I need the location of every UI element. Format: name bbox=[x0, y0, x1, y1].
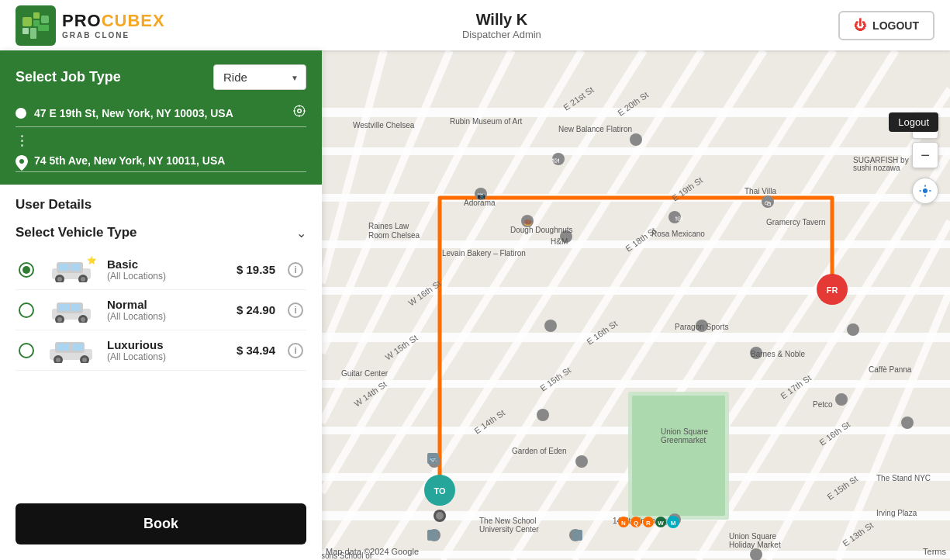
vehicle-option-basic[interactable]: ⭐ Basic (All Locations) $ 19.35 i bbox=[16, 250, 306, 290]
svg-text:Holiday Market: Holiday Market bbox=[729, 541, 781, 549]
vehicle-type-header[interactable]: Select Vehicle Type ⌄ bbox=[16, 225, 306, 240]
map-attribution: Map data ©2024 Google bbox=[326, 547, 419, 556]
svg-rect-145 bbox=[57, 344, 69, 351]
svg-text:Union Square: Union Square bbox=[729, 532, 777, 541]
pickup-address-input[interactable] bbox=[34, 107, 285, 119]
svg-text:FR: FR bbox=[827, 285, 838, 295]
svg-text:Rosa Mexicano: Rosa Mexicano bbox=[651, 230, 705, 238]
logo-icon bbox=[16, 5, 56, 46]
sidebar: Select Job Type Ride Delivery Package bbox=[0, 50, 322, 560]
map-terms[interactable]: Terms bbox=[923, 547, 946, 556]
svg-text:Room Chelsea: Room Chelsea bbox=[368, 231, 420, 240]
job-type-label: Select Job Type bbox=[16, 69, 121, 85]
pickup-address-row bbox=[16, 104, 306, 127]
address-connector bbox=[16, 135, 306, 147]
svg-text:N: N bbox=[621, 520, 626, 527]
locate-button[interactable] bbox=[912, 178, 938, 204]
normal-car-icon bbox=[43, 296, 98, 323]
svg-rect-130 bbox=[71, 264, 81, 271]
svg-text:Guitar Center: Guitar Center bbox=[341, 369, 389, 378]
svg-point-125 bbox=[298, 109, 302, 113]
dropoff-address-row bbox=[16, 154, 306, 172]
svg-text:Barnes & Noble: Barnes & Noble bbox=[751, 350, 805, 358]
pickup-dot bbox=[16, 108, 26, 119]
svg-point-148 bbox=[56, 358, 60, 362]
vehicle-info-icon-basic[interactable]: i bbox=[288, 262, 303, 278]
vehicle-radio-luxurious[interactable] bbox=[19, 343, 34, 358]
vehicle-type-section: Select Vehicle Type ⌄ bbox=[16, 225, 306, 371]
user-details-section: User Details bbox=[16, 197, 306, 213]
main-content: User Details Select Vehicle Type ⌄ bbox=[0, 185, 322, 496]
svg-point-132 bbox=[57, 277, 62, 282]
svg-text:Gramercy Tavern: Gramercy Tavern bbox=[766, 218, 826, 226]
svg-text:Adorama: Adorama bbox=[464, 199, 496, 207]
svg-text:Union Square: Union Square bbox=[661, 427, 709, 436]
svg-rect-122 bbox=[427, 530, 438, 541]
svg-text:R: R bbox=[646, 520, 651, 527]
logout-button[interactable]: ⏻ LOGOUT bbox=[838, 11, 934, 40]
svg-point-142 bbox=[81, 317, 85, 322]
zoom-out-button[interactable]: − bbox=[912, 142, 938, 168]
svg-text:Raines Law: Raines Law bbox=[368, 222, 409, 230]
svg-point-65 bbox=[575, 455, 588, 468]
svg-text:Thai Villa: Thai Villa bbox=[744, 187, 776, 195]
svg-text:M: M bbox=[671, 520, 676, 527]
vehicle-info-basic: Basic (All Locations) bbox=[107, 258, 227, 282]
svg-text:Greenmarket: Greenmarket bbox=[661, 436, 706, 444]
vehicle-coverage-normal: (All Locations) bbox=[107, 311, 227, 322]
svg-text:The Stand NYC: The Stand NYC bbox=[876, 474, 931, 482]
star-badge: ⭐ bbox=[87, 256, 96, 264]
logo-text-area: PROCUBEX GRAB CLONE bbox=[62, 11, 165, 40]
svg-text:Q: Q bbox=[634, 520, 638, 527]
chevron-down-icon: ⌄ bbox=[296, 226, 306, 240]
vehicle-option-luxurious[interactable]: Luxurious (All Locations) $ 34.94 i bbox=[16, 330, 306, 371]
vehicle-name-normal: Normal bbox=[107, 298, 227, 311]
svg-text:Caffè Panna: Caffè Panna bbox=[869, 365, 912, 374]
svg-text:New Balance Flatiron: New Balance Flatiron bbox=[558, 125, 632, 133]
job-type-bar: Select Job Type Ride Delivery Package bbox=[0, 50, 322, 104]
svg-point-126 bbox=[294, 105, 305, 116]
power-icon: ⏻ bbox=[854, 19, 866, 33]
logo-sub: GRAB CLONE bbox=[62, 31, 165, 40]
svg-rect-6 bbox=[38, 25, 49, 31]
svg-point-55 bbox=[630, 133, 642, 146]
svg-text:Garden of Eden: Garden of Eden bbox=[512, 447, 567, 455]
header: PROCUBEX GRAB CLONE Willy K Dispatcher A… bbox=[0, 0, 950, 50]
dropoff-icon bbox=[16, 155, 26, 166]
svg-text:🛍: 🛍 bbox=[765, 199, 772, 207]
svg-rect-138 bbox=[71, 304, 81, 311]
svg-point-140 bbox=[57, 317, 62, 322]
vehicle-option-normal[interactable]: Normal (All Locations) $ 24.90 i bbox=[16, 290, 306, 330]
logo-area: PROCUBEX GRAB CLONE bbox=[16, 5, 165, 46]
svg-rect-0 bbox=[22, 17, 32, 26]
job-type-select-wrapper: Ride Delivery Package bbox=[213, 64, 306, 90]
svg-rect-5 bbox=[30, 28, 36, 39]
svg-point-39 bbox=[436, 512, 444, 520]
svg-rect-4 bbox=[22, 28, 29, 34]
svg-point-134 bbox=[81, 277, 85, 282]
vehicle-info-icon-normal[interactable]: i bbox=[288, 302, 303, 318]
job-type-select[interactable]: Ride Delivery Package bbox=[213, 64, 306, 90]
gps-button[interactable] bbox=[292, 104, 306, 122]
vehicle-price-basic: $ 19.35 bbox=[237, 263, 275, 276]
vehicle-radio-normal[interactable] bbox=[19, 302, 34, 318]
vehicle-price-normal: $ 24.90 bbox=[237, 303, 275, 316]
dropoff-address-input[interactable] bbox=[34, 154, 306, 167]
svg-text:Dough Doughnuts: Dough Doughnuts bbox=[510, 226, 573, 234]
user-role: Dispatcher Admin bbox=[462, 29, 541, 40]
svg-text:H&M: H&M bbox=[551, 237, 568, 246]
svg-text:W: W bbox=[658, 520, 664, 527]
svg-rect-1 bbox=[33, 12, 40, 19]
vehicle-name-luxurious: Luxurious bbox=[107, 338, 227, 351]
logout-tooltip: Logout bbox=[889, 112, 938, 132]
vehicle-info-icon-luxurious[interactable]: i bbox=[288, 343, 303, 358]
vehicle-coverage-luxurious: (All Locations) bbox=[107, 351, 227, 362]
svg-text:Rubin Museum of Art: Rubin Museum of Art bbox=[450, 117, 523, 126]
svg-rect-123 bbox=[572, 530, 582, 541]
vehicle-radio-basic[interactable] bbox=[19, 262, 34, 278]
svg-rect-3 bbox=[41, 16, 49, 23]
svg-text:Westville Chelsea: Westville Chelsea bbox=[353, 121, 415, 130]
svg-rect-137 bbox=[58, 304, 69, 311]
vehicle-type-title: Select Vehicle Type bbox=[16, 225, 137, 240]
book-button[interactable]: Book bbox=[16, 503, 306, 544]
